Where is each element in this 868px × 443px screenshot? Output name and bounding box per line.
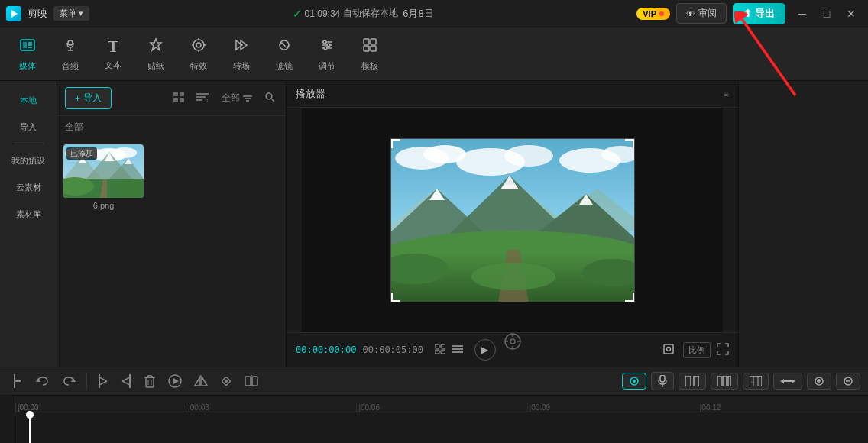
media-filter[interactable]: 全部 — [217, 90, 257, 106]
svg-rect-30 — [173, 98, 178, 102]
svg-rect-129 — [728, 376, 731, 386]
tool-effect-label: 特效 — [190, 60, 207, 72]
video-corner-bl — [391, 293, 400, 302]
svg-point-80 — [510, 339, 515, 344]
tool-sticker[interactable]: 贴纸 — [136, 32, 176, 76]
svg-text:↔: ↔ — [750, 380, 755, 384]
import-plus-icon: + — [75, 93, 80, 104]
filter-icon — [276, 37, 293, 57]
minimize-button[interactable]: ─ — [792, 3, 813, 24]
crop-button[interactable] — [660, 341, 677, 360]
mic-button[interactable] — [651, 372, 674, 390]
mirror-h-button[interactable] — [190, 373, 212, 390]
menu-button[interactable]: 菜单 ▾ — [53, 6, 89, 21]
marker-in-button[interactable] — [8, 372, 28, 390]
video-corner-tr — [625, 139, 634, 148]
video-corner-br — [625, 293, 634, 302]
export-button[interactable]: ⬆ 导出 — [733, 3, 785, 24]
delete-button[interactable] — [140, 372, 160, 390]
ruler-mark-4: |00:12 — [698, 403, 868, 412]
svg-line-102 — [122, 377, 130, 381]
playhead-head — [26, 411, 34, 419]
redo-button[interactable] — [58, 373, 79, 390]
sidebar-item-preset[interactable]: 我的预设 — [3, 149, 53, 173]
date-label: 6月8日 — [403, 7, 433, 21]
close-button[interactable]: ✕ — [840, 3, 862, 24]
list-item[interactable]: 已添加 6.png — [63, 144, 144, 361]
review-button[interactable]: 👁 审阅 — [676, 3, 727, 24]
grid-view-button[interactable] — [170, 89, 188, 107]
tool-audio[interactable]: 音频 — [50, 32, 90, 76]
split-button[interactable] — [241, 373, 262, 390]
current-time: 00:00:00:00 — [296, 344, 356, 355]
play-timeline-button[interactable] — [164, 372, 186, 390]
tool-adjust[interactable]: 调节 — [307, 32, 347, 76]
grid-icon-button[interactable] — [432, 341, 448, 358]
sidebar-item-local[interactable]: 本地 — [3, 89, 53, 112]
vip-dot — [659, 11, 664, 16]
svg-marker-114 — [202, 377, 207, 386]
svg-rect-2 — [23, 42, 27, 48]
maximize-button[interactable]: □ — [816, 3, 837, 24]
fullscreen-button[interactable] — [717, 343, 729, 357]
timeline-ruler: |00:00 |00:03 |00:06 |00:09 |00:12 — [15, 396, 868, 412]
preview-title: 播放器 — [296, 87, 326, 101]
tool-filter[interactable]: 滤镜 — [264, 32, 304, 76]
zoom-add-button[interactable] — [807, 373, 831, 390]
play-button[interactable]: ▶ — [474, 339, 496, 361]
app-icon — [6, 6, 21, 21]
svg-rect-27 — [371, 46, 376, 51]
clip-tool-4[interactable] — [773, 373, 802, 390]
media-actions: ↕ 全部 — [170, 89, 278, 107]
search-button[interactable] — [261, 90, 278, 106]
tool-transition[interactable]: 转场 — [222, 32, 261, 76]
list-icon-button[interactable] — [450, 341, 465, 358]
tool-text[interactable]: T 文本 — [93, 32, 133, 76]
svg-point-21 — [323, 40, 326, 44]
tool-media-label: 媒体 — [19, 60, 36, 72]
zoom-remove-button[interactable] — [836, 373, 860, 390]
ratio-button[interactable]: 比例 — [683, 342, 711, 358]
timeline: ↔ — [0, 367, 868, 443]
media-file-name: 6.png — [63, 201, 144, 210]
mark-out-button[interactable] — [117, 372, 135, 390]
tool-effect[interactable]: 特效 — [179, 32, 219, 76]
svg-point-9 — [193, 40, 204, 50]
export-icon: ⬆ — [743, 8, 752, 19]
template-icon — [361, 37, 378, 57]
svg-rect-25 — [371, 39, 376, 44]
import-button[interactable]: + 导入 — [65, 87, 112, 109]
preview-menu-icon[interactable]: ≡ — [724, 89, 729, 99]
svg-point-39 — [266, 93, 272, 99]
tool-filter-label: 滤镜 — [276, 60, 293, 72]
svg-rect-118 — [252, 377, 257, 386]
svg-rect-104 — [146, 377, 154, 387]
playhead — [29, 412, 31, 443]
svg-marker-112 — [173, 378, 179, 384]
motion-track-button[interactable] — [622, 373, 646, 390]
tool-media[interactable]: 媒体 — [8, 32, 47, 76]
preview-panel: 播放器 ≡ — [287, 81, 738, 367]
video-frame — [390, 138, 635, 302]
sidebar-item-library[interactable]: 素材库 — [3, 202, 53, 226]
clip-tool-1[interactable] — [679, 373, 706, 390]
vip-badge[interactable]: VIP — [636, 8, 670, 20]
clip-tool-2[interactable] — [711, 373, 738, 390]
sidebar-item-import[interactable]: 导入 — [3, 115, 53, 139]
media-toolbar: + 导入 ↕ — [57, 81, 286, 116]
undo-button[interactable] — [32, 373, 53, 390]
audio-icon — [62, 37, 79, 57]
sidebar-item-cloud[interactable]: 云素材 — [3, 176, 53, 199]
timeline-right-tools: ↔ — [622, 372, 860, 390]
title-bar: 剪映 菜单 ▾ ✓ 01:09:34 自动保存本地 6月8日 VIP 👁 审阅 … — [0, 0, 868, 27]
keyframe-button[interactable] — [216, 373, 236, 390]
clip-tool-3[interactable]: ↔ — [743, 373, 769, 390]
tool-template[interactable]: 模板 — [350, 32, 390, 76]
svg-rect-128 — [723, 376, 727, 386]
window-controls: ─ □ ✕ — [792, 3, 862, 24]
mark-in-button[interactable] — [94, 372, 112, 390]
sort-button[interactable]: ↕ — [193, 90, 212, 106]
svg-rect-85 — [435, 344, 439, 348]
svg-text:↕: ↕ — [206, 97, 209, 102]
svg-marker-135 — [780, 379, 784, 383]
